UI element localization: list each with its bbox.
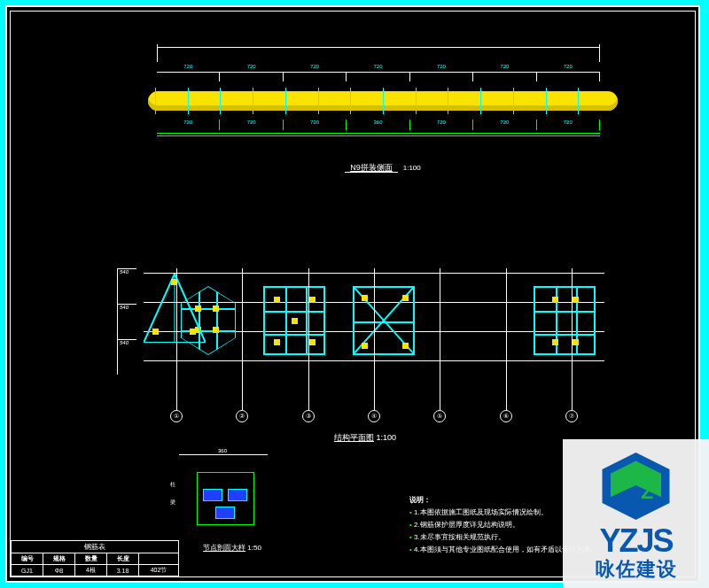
th: 编号 <box>12 553 43 565</box>
section-dim: 360 <box>179 454 268 463</box>
dim-seg <box>157 120 220 130</box>
elevation-title: N9拼装侧面1:100 <box>148 162 618 174</box>
grid-bubble: ⑦ <box>565 410 578 422</box>
bottom-dim-string <box>157 120 600 134</box>
section-block <box>228 489 247 501</box>
vdim: 540 <box>118 339 136 375</box>
top-dim-string <box>157 72 600 84</box>
vdim: 540 <box>118 268 136 304</box>
bottom-dim-ext <box>157 135 600 136</box>
th: 数量 <box>75 553 107 565</box>
grid-bubble: ④ <box>368 410 380 422</box>
plan-view: 540 540 540 <box>117 268 613 445</box>
section-outline <box>197 472 254 525</box>
th <box>139 553 179 565</box>
section-label: 柱 <box>170 481 175 489</box>
dim-seg <box>284 73 347 81</box>
dim-seg <box>347 73 409 81</box>
watermark: Z YZJS 咏佐建设 <box>563 439 709 588</box>
dim-seg <box>284 120 347 130</box>
grid-lines: ① ② ③ ④ ⑤ ⑥ ⑦ <box>144 268 604 375</box>
notes-heading: 说明： <box>409 496 431 504</box>
watermark-subtext: 咏佐建设 <box>563 556 709 583</box>
elevation-view: N9拼装侧面1:100 <box>148 47 618 197</box>
logo-icon: Z <box>594 448 678 524</box>
section-block <box>215 507 235 519</box>
dim-seg <box>220 73 283 81</box>
table-row: GJ1 Φ8 4根 3.18 402节 <box>12 565 179 576</box>
overall-dimension <box>157 47 600 65</box>
dim-seg <box>537 73 600 81</box>
grid-bubble: ③ <box>302 410 315 422</box>
plan-title: 结构平面图 1:100 <box>117 432 613 444</box>
th: 长度 <box>107 553 139 565</box>
vdim: 540 <box>118 304 136 339</box>
dim-seg <box>537 120 600 130</box>
rib-grid <box>155 88 611 114</box>
grid-bubble: ① <box>170 410 183 422</box>
dim-seg <box>347 120 409 130</box>
section-block <box>203 489 222 501</box>
section-label: 梁 <box>170 499 175 507</box>
vertical-dim: 540 540 540 <box>117 268 136 375</box>
dim-seg <box>473 73 536 81</box>
dim-seg <box>220 120 283 130</box>
svg-text:Z: Z <box>641 480 653 503</box>
section-detail: 360 柱 梁 节点剖面大样 1:50 <box>170 454 294 561</box>
grid-bubble: ② <box>236 410 248 422</box>
dim-seg <box>473 120 536 130</box>
section-title: 节点剖面大样 1:50 <box>170 543 294 553</box>
th: 规格 <box>43 553 75 565</box>
grid-bubble: ⑥ <box>500 410 512 422</box>
dim-seg <box>410 120 473 130</box>
grid-bubble: ⑤ <box>433 410 446 422</box>
rebar-table: 钢筋表 编号 规格 数量 长度 GJ1 Φ8 4根 3.18 402节 <box>11 540 179 576</box>
dim-seg <box>157 73 220 81</box>
table-caption: 钢筋表 <box>11 540 179 553</box>
watermark-text: YZJS <box>563 526 709 556</box>
dim-seg <box>410 73 473 81</box>
